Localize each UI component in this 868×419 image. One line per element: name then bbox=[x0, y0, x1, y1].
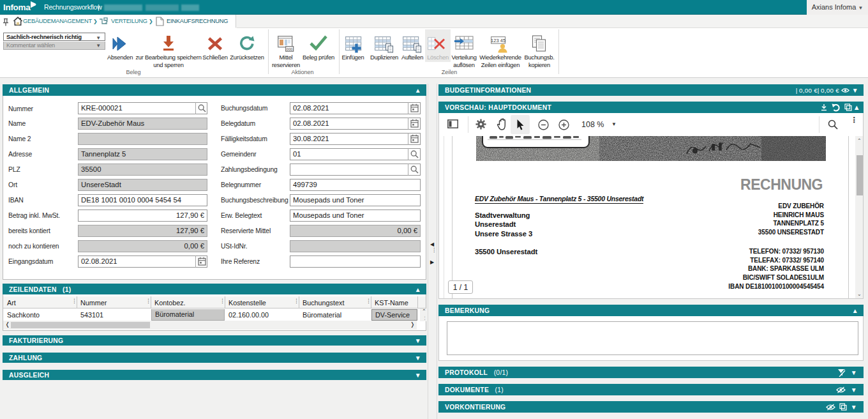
svg-text:000: 000 bbox=[287, 47, 292, 51]
svg-text:123 45: 123 45 bbox=[491, 38, 505, 43]
